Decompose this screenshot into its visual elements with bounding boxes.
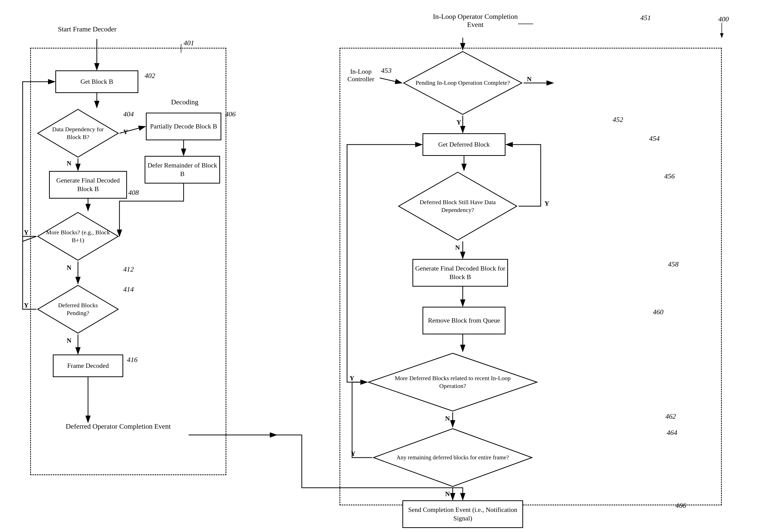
ref-400: 400	[718, 15, 729, 23]
get-block-b-box: Get Block B	[55, 70, 138, 93]
yn-deferred-still-n: N	[455, 244, 460, 251]
ref-406: 406	[225, 110, 236, 118]
yn-deferred-still-y: Y	[544, 200, 549, 208]
ref-460: 460	[653, 308, 663, 316]
deferred-operator-label: Deferred Operator Completion Event	[48, 422, 189, 431]
yn-more-blocks-y: Y	[24, 229, 29, 236]
ref-404: 404	[123, 110, 134, 118]
in-loop-controller-label: In-Loop Controller	[343, 68, 379, 83]
send-completion-event-box: Send Completion Event (i.e., Notificatio…	[402, 500, 523, 528]
diagram: 400 401 Start Frame Decoder Get Block B …	[0, 0, 759, 532]
generate-final-left-box: Generate Final Decoded Block B	[49, 171, 127, 199]
deferred-block-still-diamond: Deferred Block Still Have Data Dependenc…	[397, 171, 518, 241]
ref-451: 451	[640, 14, 651, 22]
yn-deferred-pending-n: N	[67, 337, 71, 344]
ref-454: 454	[649, 134, 659, 142]
yn-more-blocks-n: N	[67, 264, 71, 272]
remove-block-queue-box: Remove Block from Queue	[422, 307, 505, 334]
yn-any-remaining-y: Y	[351, 450, 356, 458]
ref-462: 462	[665, 412, 676, 420]
yn-data-dep-n: N	[67, 160, 71, 167]
ref-453: 453	[381, 67, 392, 75]
frame-decoded-box: Frame Decoded	[53, 355, 123, 377]
ref-408: 408	[128, 189, 139, 197]
yn-more-deferred-y: Y	[349, 375, 354, 382]
ref-466: 466	[675, 502, 686, 510]
defer-remainder-box: Defer Remainder of Block B	[144, 156, 220, 183]
yn-data-dep-y: Y	[123, 128, 128, 136]
partially-decode-box: Partially Decode Block B	[146, 113, 221, 140]
yn-more-deferred-n: N	[445, 415, 450, 422]
ref-416: 416	[127, 356, 138, 364]
ref-412: 412	[123, 265, 134, 273]
ref-452: 452	[613, 116, 623, 124]
pending-in-loop-diamond: Pending In-Loop Operation Complete?	[402, 50, 523, 116]
ref-401: 401	[183, 39, 194, 47]
more-blocks-diamond: More Blocks? (e.g., Block B+1)	[36, 211, 119, 261]
get-deferred-block-box: Get Deferred Block	[422, 133, 505, 156]
more-deferred-blocks-diamond: More Deferred Blocks related to recent I…	[367, 352, 538, 412]
yn-any-remaining-n: N	[445, 490, 450, 498]
ref-464: 464	[667, 429, 677, 437]
start-frame-decoder-label: Start Frame Decoder	[58, 25, 116, 33]
generate-final-right-box: Generate Final Decoded Block for Block B	[413, 259, 508, 286]
ref-458: 458	[668, 260, 679, 268]
yn-deferred-pending-y: Y	[24, 302, 29, 309]
in-loop-operator-label: In-Loop Operator Completion Event	[427, 13, 523, 29]
deferred-blocks-pending-diamond: Deferred Blocks Pending?	[36, 284, 119, 334]
data-dependency-diamond: Data Dependency for Block B?	[36, 108, 119, 158]
any-remaining-diamond: Any remaining deferred blocks for entire…	[372, 427, 533, 488]
ref-402: 402	[144, 72, 155, 80]
yn-pending-n: N	[527, 75, 532, 83]
decoding-label: Decoding	[171, 98, 198, 106]
ref-414: 414	[123, 285, 134, 293]
yn-pending-y: Y	[457, 119, 461, 126]
ref-456: 456	[664, 172, 675, 180]
